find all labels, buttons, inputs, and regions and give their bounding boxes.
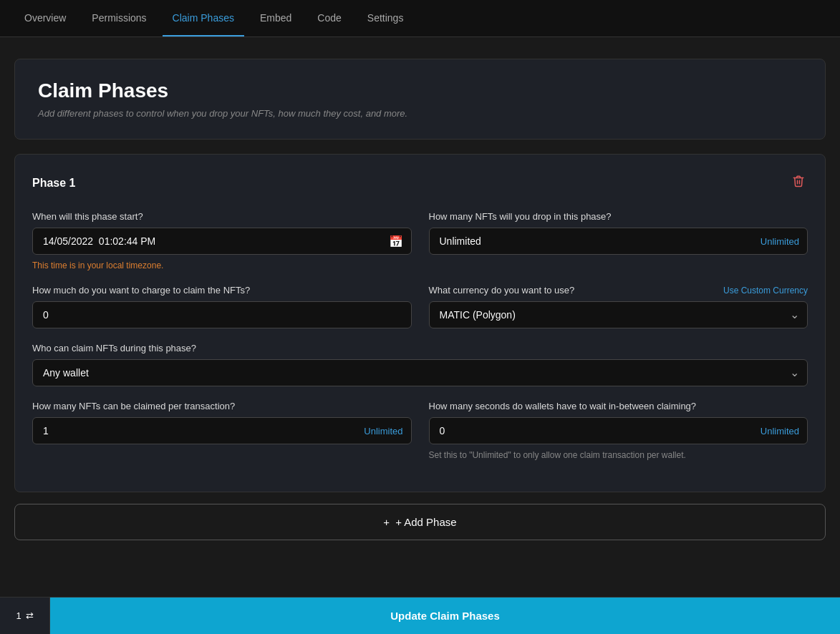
wait-label: How many seconds do wallets have to wait… xyxy=(429,401,808,411)
add-phase-icon: + xyxy=(383,516,390,528)
start-date-label: When will this phase start? xyxy=(32,211,412,222)
nav-bar: Overview Permissions Claim Phases Embed … xyxy=(0,0,840,37)
per-tx-group: How many NFTs can be claimed per transac… xyxy=(32,401,412,460)
phase-header: Phase 1 xyxy=(32,172,808,194)
currency-select-wrapper: MATIC (Polygon) ETH (Ethereum) xyxy=(429,301,808,328)
header-card: Claim Phases Add different phases to con… xyxy=(14,59,826,140)
nft-count-wrapper: Unlimited xyxy=(429,228,808,255)
currency-select[interactable]: MATIC (Polygon) ETH (Ethereum) xyxy=(429,301,808,328)
currency-label-row: What currency do you want to use? Use Cu… xyxy=(429,285,808,296)
per-tx-input[interactable] xyxy=(32,417,412,444)
start-date-wrapper: 📅 xyxy=(32,228,412,255)
use-custom-currency-link[interactable]: Use Custom Currency xyxy=(723,286,808,296)
form-row-1: When will this phase start? 📅 This time … xyxy=(32,211,808,270)
who-can-claim-select[interactable]: Any wallet Allowlist xyxy=(32,359,808,386)
wait-wrapper: Unlimited xyxy=(429,417,808,444)
nft-count-label: How many NFTs will you drop in this phas… xyxy=(429,211,808,222)
bottom-counter: 1 ⇄ xyxy=(0,598,50,634)
add-phase-button[interactable]: + + Add Phase xyxy=(14,504,826,540)
wait-hint: Set this to "Unlimited" to only allow on… xyxy=(429,450,808,460)
start-date-hint: This time is in your local timezone. xyxy=(32,260,412,270)
wait-group: How many seconds do wallets have to wait… xyxy=(429,401,808,460)
wait-input[interactable] xyxy=(429,417,808,444)
bottom-bar: 1 ⇄ Update Claim Phases xyxy=(0,597,840,634)
per-tx-wrapper: Unlimited xyxy=(32,417,412,444)
tab-code[interactable]: Code xyxy=(307,1,351,36)
tab-permissions[interactable]: Permissions xyxy=(82,1,156,36)
form-row-4: How many NFTs can be claimed per transac… xyxy=(32,401,808,460)
main-content: Claim Phases Add different phases to con… xyxy=(0,37,840,569)
start-date-input[interactable] xyxy=(32,228,412,255)
per-tx-unlimited-badge[interactable]: Unlimited xyxy=(364,426,402,437)
page-title: Claim Phases xyxy=(38,79,802,102)
counter-value: 1 xyxy=(16,610,21,621)
who-can-claim-select-wrapper: Any wallet Allowlist xyxy=(32,359,808,386)
form-row-2: How much do you want to charge to claim … xyxy=(32,285,808,328)
charge-label: How much do you want to charge to claim … xyxy=(32,285,412,296)
who-can-claim-label: Who can claim NFTs during this phase? xyxy=(32,343,808,353)
add-phase-label: + Add Phase xyxy=(395,516,457,528)
counter-icon: ⇄ xyxy=(26,610,34,621)
phase-title: Phase 1 xyxy=(32,177,75,190)
who-can-claim-group: Who can claim NFTs during this phase? An… xyxy=(32,343,808,386)
charge-input[interactable] xyxy=(32,301,412,328)
update-claim-phases-button[interactable]: Update Claim Phases xyxy=(50,598,840,634)
per-tx-label: How many NFTs can be claimed per transac… xyxy=(32,401,412,411)
tab-embed[interactable]: Embed xyxy=(250,1,301,36)
nft-count-unlimited-badge[interactable]: Unlimited xyxy=(761,236,799,247)
tab-claim-phases[interactable]: Claim Phases xyxy=(163,1,244,36)
tab-overview[interactable]: Overview xyxy=(14,1,76,36)
wait-unlimited-badge[interactable]: Unlimited xyxy=(761,426,799,437)
nft-count-input[interactable] xyxy=(429,228,808,255)
delete-phase-button[interactable] xyxy=(789,172,808,194)
phase-card: Phase 1 When will this phase start? 📅 Th… xyxy=(14,154,826,492)
start-date-group: When will this phase start? 📅 This time … xyxy=(32,211,412,270)
currency-group: What currency do you want to use? Use Cu… xyxy=(429,285,808,328)
nft-count-group: How many NFTs will you drop in this phas… xyxy=(429,211,808,270)
tab-settings[interactable]: Settings xyxy=(357,1,414,36)
charge-group: How much do you want to charge to claim … xyxy=(32,285,412,328)
form-row-3: Who can claim NFTs during this phase? An… xyxy=(32,343,808,386)
currency-label: What currency do you want to use? xyxy=(429,285,575,296)
page-subtitle: Add different phases to control when you… xyxy=(38,108,802,119)
